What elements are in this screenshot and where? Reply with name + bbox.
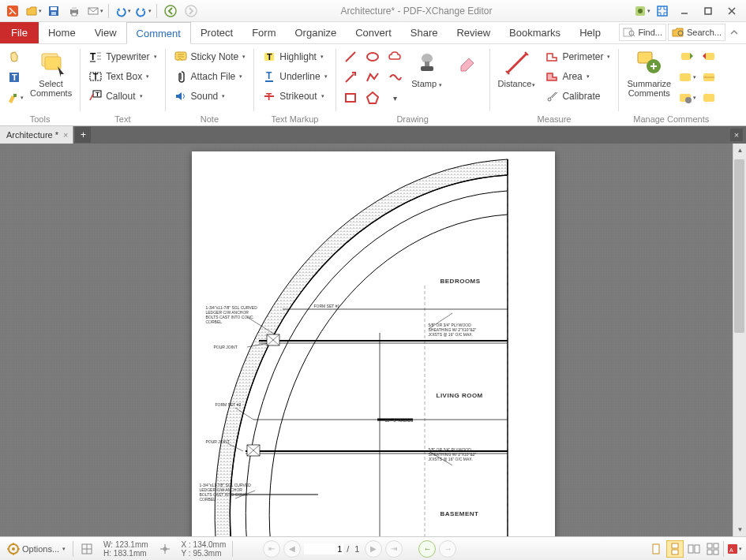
cloud-tool[interactable]: [385, 47, 404, 66]
select-comments-button[interactable]: Select Comments: [27, 47, 75, 99]
first-page-button[interactable]: ⇤: [263, 540, 280, 558]
flatten-comments-button[interactable]: [699, 68, 718, 87]
format-tool-button[interactable]: ▾: [5, 88, 24, 107]
rect-tool[interactable]: [341, 88, 360, 107]
open-button[interactable]: ▾: [24, 2, 43, 20]
tab-home[interactable]: Home: [39, 22, 85, 43]
tab-help[interactable]: Help: [570, 22, 610, 43]
svg-rect-55: [681, 53, 691, 60]
show-comments-button[interactable]: ▾: [677, 68, 696, 87]
group-text-markup: THighlight▾ TUnderline▾ TStrikeout▾ Text…: [254, 44, 335, 125]
dimensions-icon[interactable]: [77, 541, 97, 557]
hand-tool-button[interactable]: [5, 47, 24, 66]
options-button[interactable]: Options...▾: [3, 541, 69, 557]
highlight-button[interactable]: THighlight▾: [259, 47, 330, 66]
last-page-button[interactable]: ⇥: [385, 540, 403, 558]
stamp-button[interactable]: Stamp ▾: [407, 47, 447, 91]
two-pages-continuous-button[interactable]: [704, 540, 722, 558]
save-button[interactable]: [44, 2, 63, 20]
document-tab[interactable]: Architecture * ×: [0, 126, 73, 144]
tab-share[interactable]: Share: [401, 22, 448, 43]
svg-rect-12: [658, 6, 667, 16]
callout-button[interactable]: TCallout▾: [85, 87, 159, 106]
perimeter-button[interactable]: Perimeter▾: [542, 47, 613, 66]
svg-rect-103: [672, 543, 678, 548]
svg-rect-104: [672, 550, 678, 554]
page-number-input[interactable]: [304, 543, 343, 554]
scroll-thumb[interactable]: [734, 159, 744, 333]
svg-rect-105: [688, 545, 693, 553]
distance-button[interactable]: Distance▾: [495, 47, 539, 91]
undo-button[interactable]: ▾: [113, 2, 132, 20]
vertical-scrollbar[interactable]: ▲ ▼: [733, 144, 746, 536]
close-panel-button[interactable]: ×: [730, 129, 743, 141]
maximize-button[interactable]: [697, 3, 719, 19]
tab-file[interactable]: File: [0, 22, 39, 43]
tab-convert[interactable]: Convert: [346, 22, 401, 43]
history-forward-button[interactable]: →: [439, 540, 456, 558]
app-icon[interactable]: [3, 2, 22, 20]
tab-review[interactable]: Review: [447, 22, 500, 43]
collapse-ribbon-button[interactable]: [727, 24, 741, 41]
line-tool[interactable]: [341, 47, 360, 66]
print-button[interactable]: [65, 2, 84, 20]
svg-point-91: [12, 547, 15, 551]
comments-options-button[interactable]: ▾: [677, 88, 696, 107]
prev-page-button[interactable]: ◀: [283, 540, 301, 558]
sound-button[interactable]: Sound▾: [171, 87, 249, 106]
search-button[interactable]: Search...: [668, 24, 725, 41]
summarize-comments-button[interactable]: Summarize Comments: [624, 47, 674, 99]
redo-button[interactable]: ▾: [133, 2, 152, 20]
polyline-tool[interactable]: [363, 68, 382, 87]
textbox-button[interactable]: TText Box▾: [85, 67, 159, 86]
fullscreen-button[interactable]: [653, 2, 672, 20]
note-pour1: POUR JOINT: [214, 345, 238, 349]
polygon-tool[interactable]: [363, 88, 382, 107]
tab-bookmarks[interactable]: Bookmarks: [500, 22, 570, 43]
coordinates-icon[interactable]: [155, 541, 175, 557]
nav-back-button[interactable]: [161, 2, 180, 20]
window-controls: ▾: [632, 2, 743, 20]
svg-point-11: [638, 9, 643, 13]
svg-text:T: T: [90, 51, 96, 62]
single-page-button[interactable]: [647, 540, 665, 558]
calibrate-button[interactable]: Calibrate: [542, 87, 613, 106]
tab-protect[interactable]: Protect: [191, 22, 242, 43]
select-text-tool-button[interactable]: T: [5, 68, 24, 87]
minimize-button[interactable]: [673, 3, 695, 19]
pencil-tool[interactable]: [385, 68, 404, 87]
import-comments-button[interactable]: [677, 47, 696, 66]
history-back-button[interactable]: ←: [418, 540, 436, 558]
comment-styles-button[interactable]: [699, 88, 718, 107]
attach-file-button[interactable]: Attach File▾: [171, 67, 249, 86]
svg-line-49: [508, 54, 527, 73]
pdf-tools-button[interactable]: A▾: [725, 540, 743, 558]
tab-organize[interactable]: Organize: [285, 22, 346, 43]
tab-view[interactable]: View: [85, 22, 126, 43]
arrow-tool[interactable]: [341, 68, 360, 87]
oval-tool[interactable]: [363, 47, 382, 66]
email-button[interactable]: ▾: [85, 2, 104, 20]
continuous-button[interactable]: [666, 540, 684, 558]
nav-forward-button[interactable]: [182, 2, 201, 20]
eraser-button[interactable]: [450, 47, 485, 79]
svg-text:T: T: [267, 52, 272, 62]
tab-comment[interactable]: Comment: [126, 22, 191, 44]
area-button[interactable]: Area▾: [542, 67, 613, 86]
close-window-button[interactable]: [721, 3, 743, 19]
ui-options-button[interactable]: ▾: [632, 2, 651, 20]
document-viewport[interactable]: BEDROOMS LIVING ROOM BASEMENT 1-3/4"x11-…: [0, 144, 746, 536]
export-comments-button[interactable]: [699, 47, 718, 66]
svg-rect-62: [703, 94, 714, 102]
underline-button[interactable]: TUnderline▾: [259, 67, 330, 86]
new-tab-button[interactable]: +: [75, 127, 91, 143]
next-page-button[interactable]: ▶: [365, 540, 382, 558]
close-tab-icon[interactable]: ×: [63, 130, 68, 140]
sticky-note-button[interactable]: Sticky Note▾: [171, 47, 249, 66]
more-shapes-tool[interactable]: ▾: [385, 88, 404, 107]
tab-form[interactable]: Form: [242, 22, 285, 43]
typewriter-button[interactable]: TTypewriter▾: [85, 47, 159, 66]
strikeout-button[interactable]: TStrikeout▾: [259, 87, 330, 106]
two-pages-button[interactable]: [685, 540, 703, 558]
find-button[interactable]: Find...: [619, 24, 666, 41]
